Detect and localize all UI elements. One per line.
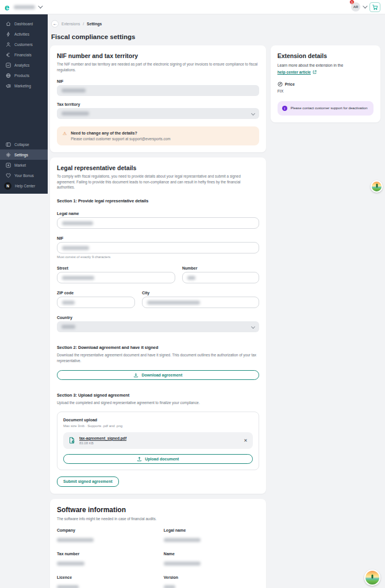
sidebar-item-help-center[interactable]: N Help Center xyxy=(0,180,48,191)
number-value-redacted xyxy=(187,276,195,280)
nif-tax-territory-card: NIF number and tax territory The NIF num… xyxy=(50,45,266,152)
gear-icon xyxy=(5,152,11,157)
venue-switcher[interactable] xyxy=(14,5,41,9)
sidebar-item-label: Marketing xyxy=(14,84,31,88)
palm-tree-icon xyxy=(372,575,374,579)
page-title: Fiscal compliance settings xyxy=(51,33,380,40)
warning-title: Need to change any of the details? xyxy=(71,131,170,135)
eversports-logo-icon: e xyxy=(5,3,9,11)
sidebar-item-label: Customers xyxy=(14,43,33,47)
sidebar-item-label: Market xyxy=(14,163,26,167)
section3-title: Section 3: Upload signed agreement xyxy=(57,393,259,398)
sidebar-item-label: Your Bonus xyxy=(14,174,34,178)
sidebar-item-analytics[interactable]: Analytics xyxy=(0,60,48,70)
licence-label: Licence xyxy=(57,575,152,579)
nif-input[interactable] xyxy=(57,242,259,253)
download-agreement-label: Download agreement xyxy=(141,373,182,377)
card-title: Extension details xyxy=(278,52,374,59)
version-label: Version xyxy=(164,575,259,579)
country-value-redacted xyxy=(61,325,75,329)
sidebar-item-financials[interactable]: Financials xyxy=(0,49,48,60)
back-button[interactable]: ← xyxy=(51,20,59,28)
megaphone-icon xyxy=(5,83,11,89)
sidebar-item-products[interactable]: Products xyxy=(0,70,48,80)
external-link-icon xyxy=(313,70,317,74)
change-details-warning: ⚠ Need to change any of the details? Ple… xyxy=(57,126,259,145)
city-label: City xyxy=(142,291,259,295)
version-value-redacted xyxy=(164,585,175,588)
uploaded-file-size: 83.08 KB xyxy=(79,441,126,445)
document-upload-box: Document upload Max size 3mb · Supports … xyxy=(57,412,259,470)
sidebar-item-label: Settings xyxy=(14,153,28,157)
file-check-icon xyxy=(68,437,75,444)
upload-document-button[interactable]: Upload document xyxy=(63,454,253,464)
sidebar-item-settings[interactable]: Settings xyxy=(0,149,48,160)
sidebar-item-label: Products xyxy=(14,74,29,78)
submit-signed-agreement-button[interactable]: Submit signed agreement xyxy=(57,476,119,487)
remove-file-button[interactable]: ✕ xyxy=(244,438,248,443)
company-value-redacted xyxy=(57,538,94,542)
account-menu[interactable]: 1 AR xyxy=(351,2,366,11)
sidebar: Dashboard Activities Customers Financial… xyxy=(0,14,48,194)
floating-widget-icon[interactable] xyxy=(364,570,380,586)
software-information-card: Software information The software info m… xyxy=(50,499,266,588)
chevron-down-icon xyxy=(251,112,255,116)
street-input[interactable] xyxy=(57,272,175,283)
legal-name-input[interactable] xyxy=(57,217,259,229)
nif-value-redacted xyxy=(62,246,89,250)
topbar: e 1 AR xyxy=(0,0,385,14)
nif-label: NIF xyxy=(57,79,259,83)
company-label: Company xyxy=(57,528,152,532)
breadcrumb-separator: / xyxy=(83,22,84,26)
activity-icon xyxy=(5,31,11,37)
city-value-redacted xyxy=(147,301,200,305)
help-center-article-link[interactable]: help center article xyxy=(278,70,311,74)
section3-description: Upload the completed and signed represen… xyxy=(57,400,259,406)
zip-code-input[interactable] xyxy=(57,297,135,308)
number-input[interactable] xyxy=(182,272,259,283)
sidebar-item-label: Financials xyxy=(14,53,32,57)
floating-widget-icon[interactable] xyxy=(371,180,383,193)
upload-icon xyxy=(137,456,142,462)
fiscal-compliance-settings-page: e 1 AR Dashboard xyxy=(0,0,385,588)
section2-title: Section 2: Download agreement and have i… xyxy=(57,345,259,350)
legal-name-value-redacted xyxy=(164,538,201,542)
city-input[interactable] xyxy=(142,297,259,308)
download-agreement-button[interactable]: Download agreement xyxy=(57,370,259,380)
uploaded-file-link[interactable]: tax-agreement_signed.pdf xyxy=(79,436,126,440)
plus-square-icon xyxy=(5,162,11,168)
cart-button[interactable] xyxy=(369,2,380,12)
tax-number-value-redacted xyxy=(57,562,84,566)
nif-label: NIF xyxy=(57,236,259,240)
country-select-disabled xyxy=(57,321,259,332)
card-title: Legal representative details xyxy=(57,164,259,171)
sidebar-item-label: Activities xyxy=(14,32,29,36)
name-value-redacted xyxy=(164,562,201,566)
euro-icon xyxy=(5,52,11,57)
legal-name-label: Legal name xyxy=(57,212,259,216)
breadcrumb-extensions[interactable]: Extensions xyxy=(61,22,80,26)
sidebar-item-your-bonus[interactable]: Your Bonus xyxy=(0,170,48,180)
country-label: Country xyxy=(57,316,259,320)
sidebar-item-collapse[interactable]: Collapse xyxy=(0,139,48,149)
card-title: Software information xyxy=(57,506,259,514)
tax-territory-select-disabled xyxy=(57,108,259,119)
name-label: Name xyxy=(164,552,259,556)
help-widget-badge[interactable]: N xyxy=(4,182,11,190)
cart-icon xyxy=(372,4,378,10)
sidebar-item-market[interactable]: Market xyxy=(0,160,48,170)
sidebar-item-dashboard[interactable]: Dashboard xyxy=(0,18,48,29)
card-description: To comply with fiscal regulations, you n… xyxy=(57,174,259,190)
extension-learn-text: Learn more about the extension in the xyxy=(278,63,374,68)
extension-details-card: Extension details Learn more about the e… xyxy=(271,45,380,122)
card-description: The software info might be needed in cas… xyxy=(57,516,259,522)
sidebar-item-marketing[interactable]: Marketing xyxy=(0,80,48,91)
sidebar-item-activities[interactable]: Activities xyxy=(0,29,48,39)
section1-title: Section 1: Provide legal representative … xyxy=(57,198,259,203)
nif-value-redacted xyxy=(61,89,86,93)
sidebar-item-customers[interactable]: Customers xyxy=(0,39,48,49)
chevron-down-icon xyxy=(38,3,43,8)
legal-name-label: Legal name xyxy=(164,528,259,532)
price-tag-icon xyxy=(278,82,283,87)
number-label: Number xyxy=(182,266,259,270)
